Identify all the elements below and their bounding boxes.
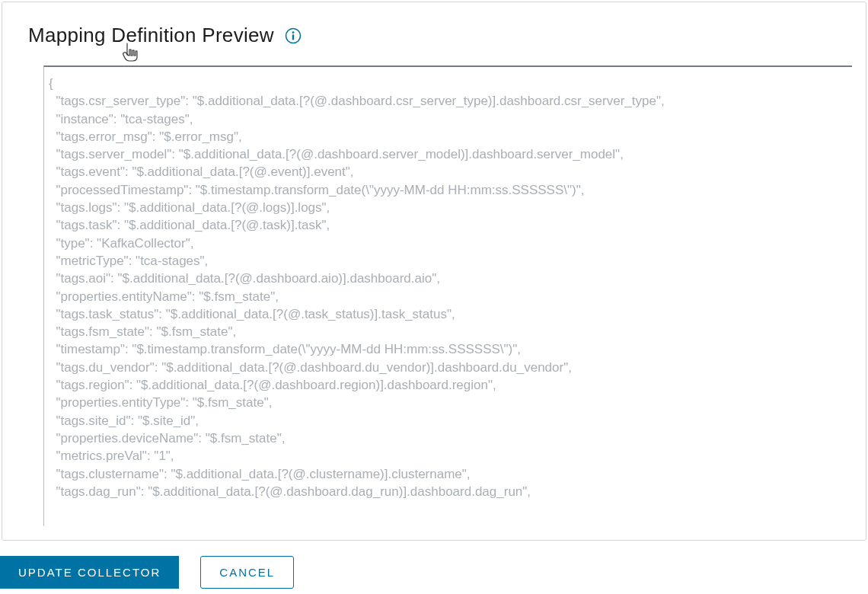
- preview-panel: Mapping Definition Preview { "tags.csr_s…: [2, 2, 866, 541]
- svg-rect-2: [292, 34, 294, 40]
- mapping-preview-textarea[interactable]: { "tags.csr_server_type": "$.additional_…: [43, 65, 852, 526]
- info-icon[interactable]: [285, 27, 302, 44]
- cancel-button[interactable]: CANCEL: [200, 556, 294, 589]
- update-collector-button[interactable]: UPDATE COLLECTOR: [0, 556, 179, 589]
- heading-row: Mapping Definition Preview: [28, 24, 852, 47]
- svg-point-1: [292, 31, 294, 34]
- button-row: UPDATE COLLECTOR CANCEL: [0, 556, 868, 589]
- page-title: Mapping Definition Preview: [28, 24, 274, 47]
